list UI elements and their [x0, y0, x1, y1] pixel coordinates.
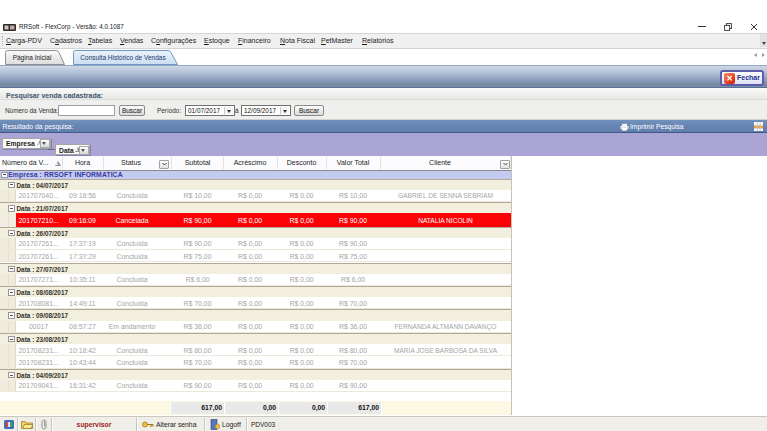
svg-text:Página Inicial: Página Inicial: [13, 54, 52, 62]
svg-text:Consulta Histórico de Vendas: Consulta Histórico de Vendas: [80, 54, 166, 61]
